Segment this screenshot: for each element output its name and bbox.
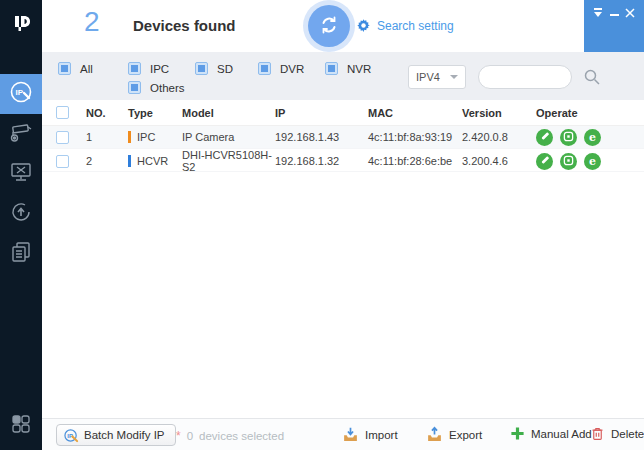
col-no: NO. [86,107,128,119]
cell-model: DHI-HCVR5108H-S2 [182,149,275,173]
details-icon [563,154,574,169]
filter-ipc-label: IPC [150,63,169,75]
sidebar-nav: IP [0,74,42,274]
edit-device-button[interactable] [536,153,553,170]
header: 2 Devices found [42,0,644,52]
type-color-bar [128,155,131,167]
footer-bar: IP Batch Modify IP * 0 devices selected [42,418,644,450]
filter-dvr-label: DVR [280,63,304,75]
sidebar-item-device-config[interactable] [0,114,42,154]
manual-add-button[interactable]: Manual Add [510,426,592,441]
sidebar-item-upgrade[interactable] [0,194,42,234]
checkbox-checked-icon [58,62,71,75]
cell-type: HCVR [128,155,182,167]
batch-modify-ip-button[interactable]: IP Batch Modify IP [56,424,176,446]
required-mark: * [176,429,181,443]
cell-operate: e [528,129,644,146]
cell-mac: 4c:11:bf:28:6e:be [368,155,462,167]
config-tool-window: IP [0,0,644,450]
close-icon [625,4,635,22]
cell-mac: 4c:11:bf:8a:93:19 [368,131,462,143]
main-area: 2 Devices found [42,0,644,450]
table-row[interactable]: 1 IPC IP Camera 192.168.1.43 4c:11:bf:8a… [42,126,644,149]
edit-device-button[interactable] [536,129,553,146]
monitor-tools-icon [8,159,34,189]
selected-label: devices selected [199,430,284,442]
search-icon[interactable] [582,67,602,87]
devices-count: 2 [84,6,100,38]
search-input[interactable] [478,65,572,89]
filter-bar: All IPC SD DVR NVR Others [42,52,644,100]
minimize-button[interactable] [608,7,620,19]
row-checkbox[interactable] [56,155,69,168]
col-version: Version [462,107,528,119]
refresh-icon [317,13,341,40]
filter-others[interactable]: Others [128,81,185,94]
col-ip: IP [275,107,368,119]
open-browser-button[interactable]: e [584,153,601,170]
checkbox-checked-icon [195,62,208,75]
col-operate: Operate [528,107,644,119]
selected-count: 0 [187,430,193,442]
modules-grid-icon [10,413,32,439]
filter-nvr-label: NVR [347,63,371,75]
filter-sd[interactable]: SD [195,62,233,75]
svg-text:IP: IP [16,88,24,97]
trash-icon [590,426,605,441]
filter-all-label: All [80,63,93,75]
collapse-icon [593,8,603,18]
table-row[interactable]: 2 HCVR DHI-HCVR5108H-S2 192.168.1.32 4c:… [42,149,644,172]
documents-icon [8,239,34,269]
batch-modify-ip-icon: IP [64,428,79,443]
filter-others-label: Others [150,82,185,94]
delete-button[interactable]: Delete [590,426,644,441]
col-type: Type [128,107,182,119]
cell-operate: e [528,153,644,170]
sidebar-item-modify-ip[interactable]: IP [0,74,42,114]
checkbox-checked-icon [128,62,141,75]
filter-sd-label: SD [217,63,233,75]
export-button[interactable]: Export [426,426,482,443]
export-icon [426,426,443,443]
selection-status: * 0 devices selected [176,429,284,443]
filter-all[interactable]: All [58,62,93,75]
details-icon [563,130,574,145]
device-details-button[interactable] [560,129,577,146]
open-browser-button[interactable]: e [584,129,601,146]
table-header-row: NO. Type Model IP MAC Version Operate [42,100,644,126]
device-table: NO. Type Model IP MAC Version Operate 1 … [42,100,644,418]
modify-ip-icon: IP [8,79,34,109]
pencil-icon [539,130,550,145]
import-button[interactable]: Import [342,426,398,443]
checkbox-checked-icon [128,81,141,94]
type-color-bar [128,131,131,143]
filter-dvr[interactable]: DVR [258,62,304,75]
sidebar: IP [0,0,42,450]
search-setting-button[interactable]: Search setting [356,18,454,33]
cell-ip: 192.168.1.32 [275,155,368,167]
refresh-button[interactable] [308,5,350,47]
close-button[interactable] [624,7,636,19]
collapse-button[interactable] [592,7,604,19]
sidebar-item-modules[interactable] [0,408,42,444]
filter-ipc[interactable]: IPC [128,62,169,75]
device-details-button[interactable] [560,153,577,170]
filter-nvr[interactable]: NVR [325,62,371,75]
sidebar-item-system-settings[interactable] [0,154,42,194]
cell-type: IPC [128,131,182,143]
minimize-icon [610,14,619,16]
col-mac: MAC [368,107,462,119]
checkbox-checked-icon [325,62,338,75]
cell-model: IP Camera [182,131,275,143]
select-all-checkbox[interactable] [56,106,69,119]
protocol-select[interactable]: IPV4 [408,65,466,89]
cell-no: 2 [86,155,128,167]
row-checkbox[interactable] [56,131,69,144]
svg-text:IP: IP [67,431,73,438]
cell-no: 1 [86,131,128,143]
import-icon [342,426,359,443]
sidebar-item-device-info[interactable] [0,234,42,274]
app-logo-icon [0,0,42,46]
browser-e-icon: e [589,132,596,143]
page-title: Devices found [133,17,236,34]
